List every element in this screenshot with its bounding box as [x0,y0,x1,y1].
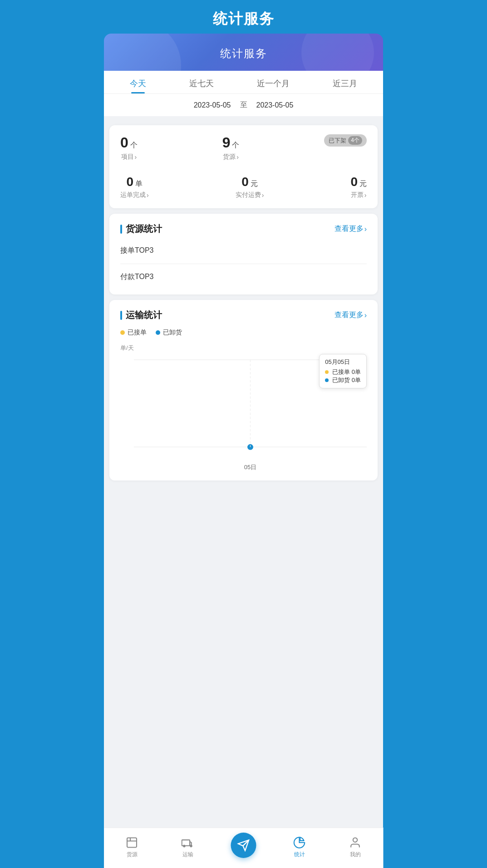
stat-projects-unit: 个 [130,141,138,150]
stat-freight-unit: 元 [251,179,258,189]
goods-title-group: 货源统计 [120,223,162,235]
chart-legend: 已接单 已卸货 [120,329,367,337]
legend-dot-accepted [120,330,125,335]
chart-container: 05月05日 已接单 0单 已卸货 0单 [120,354,367,471]
date-separator: 至 [240,100,247,110]
tab-1month[interactable]: 近一个月 [257,78,290,93]
tooltip-row1: 已接单 0单 [325,368,361,376]
legend-label-accepted: 已接单 [128,329,147,337]
truck-icon [182,836,194,849]
stat-invoice-unit: 元 [359,179,367,189]
stat-orders-arrow: › [147,191,149,199]
svg-rect-9 [182,840,190,846]
send-icon [237,839,250,852]
page-title: 统计服务 [0,0,487,34]
stat-freight-value: 0 [241,175,249,189]
stat-goods-label: 货源 [223,153,236,161]
nav-item-stats[interactable]: 统计 [286,836,313,858]
tooltip-text-unloaded: 已卸货 0单 [332,376,361,384]
banner-title: 统计服务 [220,47,267,59]
tooltip-text-accepted: 已接单 0单 [332,368,361,376]
svg-point-4 [247,444,253,450]
stat-projects[interactable]: 0 个 项目 › [120,134,138,161]
svg-point-14 [353,838,357,842]
badge-text: 已下架 [329,137,346,145]
tooltip-row2: 已卸货 0单 [325,376,361,384]
goods-stats-card: 货源统计 查看更多 › 接单TOP3 付款TOP3 [109,214,378,294]
transport-see-more[interactable]: 查看更多 › [335,310,367,320]
nav-label-stats: 统计 [294,851,305,858]
stat-invoice-value: 0 [350,175,358,189]
nav-label-goods: 货源 [127,851,138,858]
nav-item-goods[interactable]: 货源 [118,836,146,858]
bottom-nav: 货源 运输 统计 我的 [104,828,383,868]
stat-goods-arrow: › [236,153,239,161]
transport-stats-card: 运输统计 查看更多 › 已接单 已卸货 单/天 [109,300,378,481]
stat-invoice[interactable]: 0 元 开票 › [350,175,367,199]
tooltip-date: 05月05日 [325,358,361,366]
banner: 统计服务 [104,34,383,71]
stat-invoice-arrow: › [364,191,367,199]
legend-accepted: 已接单 [120,329,147,337]
transport-title-bar [120,311,122,320]
stat-goods-unit: 个 [232,141,239,150]
tooltip-dot-accepted [325,370,329,374]
goods-sub2: 付款TOP3 [120,266,367,285]
stat-goods[interactable]: 9 个 货源 › [222,134,240,161]
stat-goods-value: 9 [222,134,231,151]
nav-item-center[interactable] [230,833,257,862]
goods-see-more[interactable]: 查看更多 › [335,224,367,234]
nav-item-transport[interactable]: 运输 [174,836,202,858]
stat-projects-arrow: › [135,153,137,161]
transport-section-title: 运输统计 [126,309,162,321]
legend-unloaded: 已卸货 [156,329,182,337]
chart-x-label: 05日 [120,463,367,471]
tab-bar: 今天 近七天 近一个月 近三月 [104,71,383,94]
goods-section-header: 货源统计 查看更多 › [120,223,367,235]
stat-projects-label: 项目 [121,153,134,161]
chart-y-axis-label: 单/天 [120,344,367,352]
goods-title-bar [120,225,122,234]
stat-orders-label: 运单完成 [120,191,146,199]
center-button[interactable] [231,833,256,858]
summary-stats-card: 0 个 项目 › 9 个 货源 › [109,125,378,208]
stat-freight[interactable]: 0 元 实付运费 › [236,175,264,199]
tab-7days[interactable]: 近七天 [189,78,214,93]
offline-badge[interactable]: 已下架 4个 [324,134,367,147]
goods-section-title: 货源统计 [126,223,162,235]
nav-label-transport: 运输 [182,851,193,858]
stat-freight-arrow: › [262,191,264,199]
stat-orders-value: 0 [127,175,134,189]
stat-invoice-label: 开票 [351,191,364,199]
tooltip-dot-unloaded [325,378,329,382]
nav-label-mine: 我的 [350,851,361,858]
user-icon [349,836,362,849]
legend-label-unloaded: 已卸货 [163,329,182,337]
date-end: 2023-05-05 [256,101,294,109]
box-icon [126,836,138,849]
legend-dot-unloaded [156,330,160,335]
tab-3months[interactable]: 近三月 [333,78,357,93]
date-start: 2023-05-05 [194,101,231,109]
goods-sub1: 接单TOP3 [120,242,367,262]
nav-item-mine[interactable]: 我的 [342,836,369,858]
stat-freight-label: 实付运费 [236,191,261,199]
transport-title-group: 运输统计 [120,309,162,321]
transport-chart: 单/天 05月05日 已接单 0单 已卸货 0单 [120,344,367,471]
badge-count: 4个 [348,136,362,145]
goods-divider [120,264,367,264]
date-range: 2023-05-05 至 2023-05-05 [104,94,383,120]
tab-today[interactable]: 今天 [130,78,146,93]
chart-icon [293,836,306,849]
stat-orders-unit: 单 [135,179,143,189]
chart-tooltip: 05月05日 已接单 0单 已卸货 0单 [319,354,367,388]
stat-orders[interactable]: 0 单 运单完成 › [120,175,149,199]
transport-section-header: 运输统计 查看更多 › [120,309,367,321]
svg-rect-6 [127,838,137,847]
stat-projects-value: 0 [120,134,128,151]
